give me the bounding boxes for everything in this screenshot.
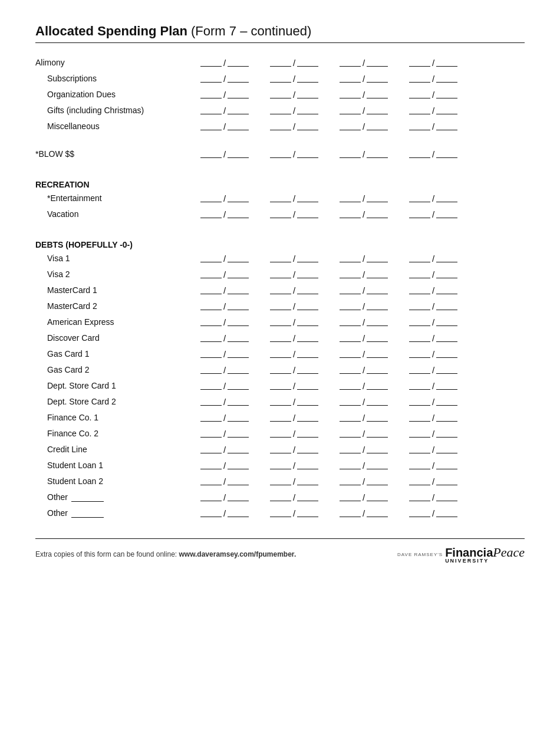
label-mastercard2: MasterCard 2 bbox=[35, 301, 200, 311]
label-financeco2: Finance Co. 2 bbox=[35, 429, 200, 438]
label-subscriptions: Subscriptions bbox=[35, 74, 200, 83]
field-pair: / bbox=[340, 508, 398, 518]
field-pair: / bbox=[270, 269, 329, 279]
field-pair: / bbox=[200, 381, 259, 391]
row-mastercard1: MasterCard 1 / / / / bbox=[35, 282, 525, 298]
label-gifts: Gifts (including Christmas) bbox=[35, 106, 200, 115]
fields-entertainment: / / / / bbox=[200, 193, 525, 203]
logo-small: DAVE RAMSEY'S bbox=[397, 552, 443, 557]
field-pair: / bbox=[340, 58, 398, 68]
field-pair: / bbox=[200, 193, 259, 203]
field-pair: / bbox=[340, 381, 398, 391]
field-pair: / bbox=[409, 461, 468, 471]
field-pair: / bbox=[200, 413, 259, 423]
field-pair: / bbox=[270, 461, 329, 471]
row-org-dues: Organization Dues / / / / bbox=[35, 87, 525, 102]
row-financeco1: Finance Co. 1 / / / / bbox=[35, 410, 525, 425]
field-pair: / bbox=[340, 492, 398, 502]
label-visa1: Visa 1 bbox=[35, 254, 200, 263]
field-pair: / bbox=[409, 397, 468, 407]
field-pair: / bbox=[200, 476, 259, 486]
field-pair: / bbox=[200, 492, 259, 502]
label-discover: Discover Card bbox=[35, 333, 200, 343]
field-pair: / bbox=[340, 209, 398, 219]
field-pair: / bbox=[409, 508, 468, 518]
field-pair: / bbox=[340, 269, 398, 279]
field-pair: / bbox=[200, 301, 259, 311]
field-pair: / bbox=[340, 476, 398, 486]
row-deptstore1: Dept. Store Card 1 / / / / bbox=[35, 378, 525, 393]
label-amex: American Express bbox=[35, 317, 200, 327]
field-pair: / bbox=[200, 74, 259, 84]
field-pair: / bbox=[270, 508, 329, 518]
title-divider bbox=[35, 42, 525, 43]
field-pair: / bbox=[200, 254, 259, 264]
field-pair: / bbox=[340, 106, 398, 116]
field-pair: / bbox=[340, 301, 398, 311]
field-pair: / bbox=[409, 58, 468, 68]
field-pair: / bbox=[270, 193, 329, 203]
field-pair: / bbox=[409, 317, 468, 327]
label-deptstore1: Dept. Store Card 1 bbox=[35, 381, 200, 390]
row-miscellaneous: Miscellaneous / / / / bbox=[35, 119, 525, 134]
row-gascard1: Gas Card 1 / / / / bbox=[35, 346, 525, 361]
field-pair: / bbox=[340, 461, 398, 471]
field-pair: / bbox=[409, 149, 468, 159]
row-financeco2: Finance Co. 2 / / / / bbox=[35, 426, 525, 441]
field-pair: / bbox=[270, 285, 329, 295]
field-pair: / bbox=[200, 349, 259, 359]
field-pair: / bbox=[340, 349, 398, 359]
field-pair: / bbox=[409, 269, 468, 279]
field-pair: / bbox=[270, 58, 329, 68]
field-pair: / bbox=[340, 149, 398, 159]
field-pair: / bbox=[409, 445, 468, 455]
row-entertainment: *Entertainment / / / / bbox=[35, 190, 525, 206]
field-pair: / bbox=[409, 349, 468, 359]
row-creditline: Credit Line / / / / bbox=[35, 442, 525, 457]
label-deptstore2: Dept. Store Card 2 bbox=[35, 397, 200, 406]
section-debts-header: DEBTS (Hopefully -0-) bbox=[35, 240, 525, 249]
fields-vacation: / / / / bbox=[200, 209, 525, 219]
field-pair: / bbox=[340, 365, 398, 375]
label-studentloan1: Student Loan 1 bbox=[35, 461, 200, 470]
label-financeco1: Finance Co. 1 bbox=[35, 413, 200, 422]
footer: Extra copies of this form can be found o… bbox=[35, 538, 525, 564]
field-pair: / bbox=[270, 381, 329, 391]
row-studentloan1: Student Loan 1 / / / / bbox=[35, 458, 525, 473]
field-pair: / bbox=[409, 476, 468, 486]
field-pair: / bbox=[270, 121, 329, 131]
field-pair: / bbox=[270, 333, 329, 343]
label-miscellaneous: Miscellaneous bbox=[35, 121, 200, 131]
title-normal: (Form 7 – continued) bbox=[191, 24, 311, 38]
field-pair: / bbox=[270, 90, 329, 100]
field-pair: / bbox=[340, 121, 398, 131]
fields-org-dues: / / / / bbox=[200, 90, 525, 100]
field-pair: / bbox=[340, 333, 398, 343]
field-pair: / bbox=[270, 445, 329, 455]
field-pair: / bbox=[200, 508, 259, 518]
label-gascard1: Gas Card 1 bbox=[35, 349, 200, 359]
field-pair: / bbox=[409, 121, 468, 131]
fields-subscriptions: / / / / bbox=[200, 74, 525, 84]
field-pair: / bbox=[270, 413, 329, 423]
logo-university: UNIVERSITY bbox=[445, 558, 489, 564]
label-studentloan2: Student Loan 2 bbox=[35, 476, 200, 486]
field-pair: / bbox=[340, 285, 398, 295]
field-pair: / bbox=[409, 429, 468, 439]
page-title: Allocated Spending Plan (Form 7 – contin… bbox=[35, 24, 525, 39]
field-pair: / bbox=[200, 333, 259, 343]
field-pair: / bbox=[340, 413, 398, 423]
spacer-3 bbox=[35, 222, 525, 234]
field-pair: / bbox=[340, 74, 398, 84]
field-pair: / bbox=[409, 365, 468, 375]
fields-miscellaneous: / / / / bbox=[200, 121, 525, 131]
title-bold: Allocated Spending Plan bbox=[35, 24, 187, 38]
footer-text: Extra copies of this form can be found o… bbox=[35, 550, 179, 558]
field-pair: / bbox=[340, 90, 398, 100]
label-gascard2: Gas Card 2 bbox=[35, 365, 200, 374]
field-pair: / bbox=[409, 254, 468, 264]
field-pair: / bbox=[409, 90, 468, 100]
footer-link: www.daveramsey.com/fpumember. bbox=[179, 550, 296, 558]
field-pair: / bbox=[200, 461, 259, 471]
spacer-1 bbox=[35, 134, 525, 146]
